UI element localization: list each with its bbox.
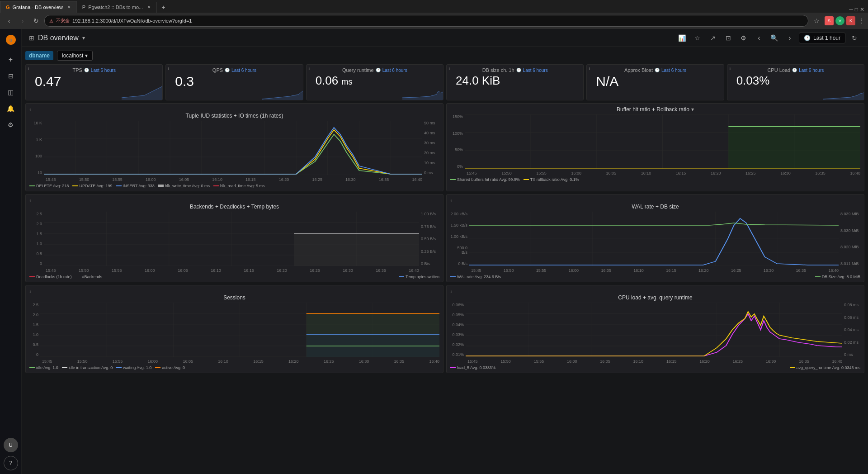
stat-panel-query-runtime: ℹ Query runtime 🕐 Last 6 hours 0.06 ms (306, 64, 443, 100)
svg-marker-46 (294, 233, 419, 266)
panel-info-icon-cpuchart: ℹ (450, 289, 452, 294)
tab-grafana[interactable]: G Grafana - DB overview ✕ (0, 1, 77, 13)
back-button[interactable]: ‹ (4, 15, 14, 26)
ext-icon-2[interactable]: V (835, 16, 844, 25)
panel-button[interactable]: ⊡ (722, 32, 735, 44)
panel-info-icon-be: ℹ (29, 199, 31, 203)
sidebar-item-dashboards[interactable]: ⊟ (4, 69, 18, 83)
dashboard-grid-icon: ⊞ (29, 34, 34, 42)
panel-info-icon-dbs: ℹ (448, 66, 450, 71)
sidebar-item-new[interactable]: + (4, 52, 18, 67)
close-button[interactable]: ✕ (860, 6, 864, 13)
tab-pgwatch-favicon: P (82, 5, 85, 10)
settings-button[interactable]: ⚙ (737, 32, 750, 44)
sidebar-item-avatar[interactable]: U (4, 438, 18, 452)
svg-marker-4 (402, 91, 443, 100)
sidebar-item-alerts[interactable]: 🔔 (4, 101, 18, 116)
bookmark-icon[interactable]: ☆ (811, 15, 822, 26)
top-bar: ⊞ DB overview ▾ 📊 ☆ ↗ ⊡ ⚙ ‹ 🔍 › 🕐 Last 1… (22, 29, 868, 47)
wal-rate-title: WAL rate + DB size (450, 204, 860, 210)
tps-title: TPS (72, 67, 82, 73)
svg-marker-5 (823, 93, 864, 100)
share-button[interactable]: ↗ (707, 32, 719, 44)
wal-rate-panel: ℹ WAL rate + DB size 2.00 kB/s1.50 kB/s1… (446, 194, 864, 282)
nav-prev-button[interactable]: ‹ (753, 32, 765, 44)
dbs-value: 24.0 KiB (451, 74, 579, 88)
forward-button[interactable]: › (17, 15, 28, 26)
svg-text:G: G (9, 38, 12, 43)
tab-close-icon[interactable]: ✕ (67, 5, 71, 9)
tuple-iud-panel: ℹ Tuple IUD statistics + IO times (1h ra… (25, 103, 443, 191)
charts-row-2: ℹ Backends + Deadlocks + Temp bytes 2.52… (25, 194, 864, 282)
charts-row-3: ℹ Sessions 2.52.01.51.00.50 (25, 285, 864, 373)
dashboard-body: dbname localhost ▾ ℹ TPS 🕐 Last 6 hours … (22, 47, 868, 474)
dbname-chevron-icon: ▾ (85, 52, 88, 59)
grafana-logo[interactable]: G (4, 33, 18, 47)
panel-info-icon-cpu: ℹ (729, 66, 731, 71)
ab-title: Approx Bloat (624, 67, 653, 73)
dbname-filter-select[interactable]: localhost ▾ (57, 51, 93, 61)
sidebar: G + ⊟ ◫ 🔔 ⚙ U ? (0, 29, 22, 474)
top-bar-left: ⊞ DB overview ▾ (29, 34, 85, 42)
stat-panel-tps: ℹ TPS 🕐 Last 6 hours 0.47 (25, 64, 163, 100)
cpu-load-chart-legend: load_5 Avg: 0.0383% avg_query_runtime Av… (450, 365, 860, 370)
minimize-button[interactable]: ─ (849, 6, 853, 13)
grafana-wrapper: G + ⊟ ◫ 🔔 ⚙ U ? ⊞ DB overview ▾ 📊 ☆ ↗ ⊡ … (0, 29, 868, 474)
address-bar[interactable]: ⚠ 不安全 192.168.1.2:3000/d/UXFwOaNik/db-ov… (44, 15, 808, 27)
ext-icon-3[interactable]: K (846, 16, 855, 25)
backends-legend: Deadlocks (1h rate) #Backends Temp bytes… (29, 275, 439, 279)
panel-info-icon: ℹ (28, 66, 29, 71)
main-content: ⊞ DB overview ▾ 📊 ☆ ↗ ⊡ ⚙ ‹ 🔍 › 🕐 Last 1… (22, 29, 868, 474)
panel-info-icon-iud: ℹ (29, 108, 31, 112)
address-text: 192.168.1.2:3000/d/UXFwOaNik/db-overview… (72, 18, 192, 24)
panel-info-icon-qr: ℹ (308, 66, 310, 71)
stat-panel-qps: ℹ QPS 🕐 Last 6 hours 0.3 (165, 64, 303, 100)
nav-search-button[interactable]: 🔍 (768, 32, 781, 44)
tps-time-icon: 🕐 (84, 68, 89, 72)
panel-info-icon-sess: ℹ (29, 289, 31, 294)
stat-panel-db-size: ℹ DB size ch. 1h 🕐 Last 6 hours 24.0 KiB (446, 64, 584, 100)
clock-icon: 🕐 (804, 35, 811, 41)
cpu-title: CPU Load (767, 67, 790, 73)
reload-button[interactable]: ↻ (31, 15, 42, 26)
qr-time-label: Last 6 hours (382, 68, 407, 73)
charts-row-1: ℹ Tuple IUD statistics + IO times (1h ra… (25, 103, 864, 191)
menu-icon[interactable]: ⋮ (858, 17, 864, 24)
dashboard-title-chevron[interactable]: ▾ (82, 35, 85, 41)
sidebar-item-explore[interactable]: ◫ (4, 85, 18, 100)
star-button[interactable]: ☆ (691, 32, 704, 44)
cpu-time-label: Last 6 hours (799, 68, 824, 73)
new-tab-button[interactable]: + (157, 2, 170, 13)
panel-view-button[interactable]: 📊 (676, 32, 689, 44)
qr-title: Query runtime (342, 67, 374, 73)
panel-info-icon-wal: ℹ (450, 199, 452, 203)
browser-toolbar: ‹ › ↻ ⚠ 不安全 192.168.1.2:3000/d/UXFwOaNik… (0, 13, 868, 29)
panel-info-icon-ab: ℹ (589, 66, 590, 71)
sidebar-item-help[interactable]: ? (4, 456, 18, 470)
tab-pgwatch[interactable]: P Pgwatch2 :: DBs to mo... ✕ (77, 2, 157, 13)
cpu-load-chart-title: CPU load + avg. query runtime (450, 294, 860, 301)
security-label: 不安全 (56, 18, 70, 24)
dbs-time-label: Last 6 hours (523, 68, 548, 73)
qps-title: QPS (212, 67, 223, 73)
tab-pgwatch-close-icon[interactable]: ✕ (147, 5, 151, 9)
dbname-filter-label: dbname (25, 51, 53, 60)
refresh-button[interactable]: ↻ (848, 32, 861, 44)
maximize-button[interactable]: □ (855, 6, 858, 13)
security-icon: ⚠ (49, 19, 53, 24)
extensions-area: S V K (825, 16, 855, 25)
stat-panel-approx-bloat: ℹ Approx Bloat 🕐 Last 6 hours N/A (586, 64, 724, 100)
svg-marker-31 (728, 127, 860, 169)
sidebar-item-settings[interactable]: ⚙ (4, 118, 18, 132)
nav-next-button[interactable]: › (783, 32, 796, 44)
qps-time-icon: 🕐 (225, 68, 230, 72)
time-range-button[interactable]: 🕐 Last 1 hour (799, 33, 845, 43)
tuple-iud-title: Tuple IUD statistics + IO times (1h rate… (29, 113, 439, 119)
dashboard-title: DB overview (38, 34, 79, 42)
ext-icon-1[interactable]: S (825, 16, 834, 25)
browser-chrome: G Grafana - DB overview ✕ P Pgwatch2 :: … (0, 0, 868, 29)
ab-value: N/A (591, 74, 719, 89)
ab-time-label: Last 6 hours (661, 68, 686, 73)
svg-marker-2 (122, 86, 162, 100)
buffer-hit-dropdown-icon[interactable]: ▾ (691, 106, 694, 113)
